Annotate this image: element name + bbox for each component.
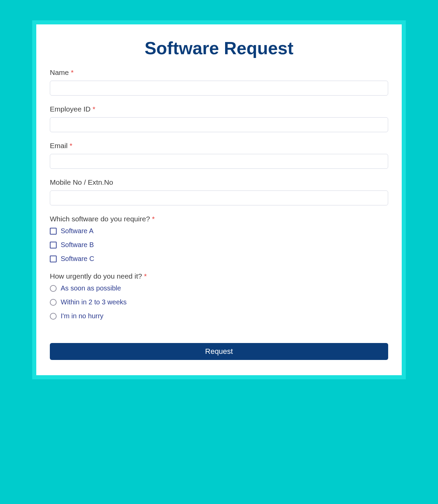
radio-icon[interactable] — [50, 299, 57, 306]
form-title: Software Request — [50, 38, 388, 58]
email-input[interactable] — [50, 154, 388, 169]
employee-id-input[interactable] — [50, 117, 388, 132]
name-label-text: Name — [50, 68, 69, 76]
urgency-option-weeks-label: Within in 2 to 3 weeks — [61, 298, 127, 306]
field-urgency: How urgently do you need it? * As soon a… — [50, 272, 388, 320]
urgency-label: How urgently do you need it? * — [50, 272, 388, 280]
urgency-option-nohurry[interactable]: I'm in no hurry — [50, 312, 388, 320]
name-input[interactable] — [50, 81, 388, 96]
name-label: Name * — [50, 68, 388, 77]
checkbox-icon[interactable] — [50, 228, 57, 235]
urgency-option-nohurry-label: I'm in no hurry — [61, 312, 103, 320]
checkbox-icon[interactable] — [50, 242, 57, 248]
software-option-b-label: Software B — [61, 241, 94, 249]
urgency-option-asap[interactable]: As soon as possible — [50, 284, 388, 292]
checkbox-icon[interactable] — [50, 256, 57, 262]
radio-icon[interactable] — [50, 313, 57, 320]
required-marker: * — [71, 68, 74, 76]
email-label-text: Email — [50, 142, 68, 149]
field-mobile: Mobile No / Extn.No — [50, 178, 388, 205]
software-label: Which software do you require? * — [50, 215, 388, 223]
field-employee-id: Employee ID * — [50, 105, 388, 132]
field-email: Email * — [50, 142, 388, 169]
required-marker: * — [144, 272, 147, 280]
request-button[interactable]: Request — [50, 343, 388, 360]
mobile-label-text: Mobile No / Extn.No — [50, 178, 113, 186]
required-marker: * — [93, 105, 95, 113]
employee-id-label: Employee ID * — [50, 105, 388, 113]
software-label-text: Which software do you require? — [50, 215, 150, 223]
mobile-label: Mobile No / Extn.No — [50, 178, 388, 186]
software-option-b[interactable]: Software B — [50, 241, 388, 249]
radio-icon[interactable] — [50, 285, 57, 292]
required-marker: * — [152, 215, 155, 223]
urgency-option-weeks[interactable]: Within in 2 to 3 weeks — [50, 298, 388, 306]
urgency-options: As soon as possible Within in 2 to 3 wee… — [50, 284, 388, 320]
required-marker: * — [69, 142, 72, 149]
urgency-option-asap-label: As soon as possible — [61, 284, 121, 292]
software-option-c-label: Software C — [61, 255, 94, 263]
mobile-input[interactable] — [50, 190, 388, 205]
form-outer-border: Software Request Name * Employee ID * Em… — [32, 20, 406, 379]
email-label: Email * — [50, 142, 388, 150]
urgency-label-text: How urgently do you need it? — [50, 272, 142, 280]
field-software: Which software do you require? * Softwar… — [50, 215, 388, 263]
form-card: Software Request Name * Employee ID * Em… — [36, 24, 402, 375]
field-name: Name * — [50, 68, 388, 96]
software-option-a[interactable]: Software A — [50, 227, 388, 235]
software-options: Software A Software B Software C — [50, 227, 388, 263]
software-option-c[interactable]: Software C — [50, 255, 388, 263]
employee-id-label-text: Employee ID — [50, 105, 91, 113]
software-option-a-label: Software A — [61, 227, 94, 235]
